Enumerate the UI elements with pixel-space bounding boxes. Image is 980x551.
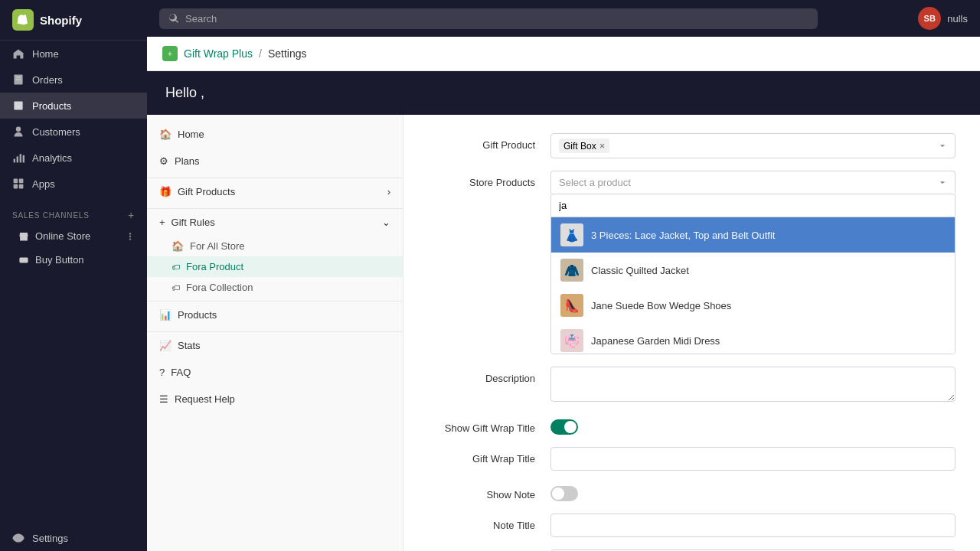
- store-products-row: Store Products Select a product 👗 3 Piec: [428, 171, 956, 354]
- home-icon-second: 🏠: [159, 129, 172, 140]
- search-icon: [168, 13, 179, 24]
- stats-header[interactable]: 📈 Stats: [147, 332, 403, 359]
- show-note-toggle[interactable]: [550, 486, 578, 501]
- left-sidebar: Shopify Home Orders Products Customers A…: [0, 0, 147, 551]
- inner-layout: 🏠 Home ⚙ Plans 🎁 Gift Products ›: [147, 115, 980, 551]
- sales-channels-label: SALES CHANNELS +: [0, 197, 147, 224]
- product-search-input[interactable]: [550, 194, 956, 217]
- gift-product-row: Gift Product Gift Box ×: [428, 133, 956, 158]
- gift-product-select[interactable]: Gift Box ×: [550, 133, 956, 158]
- second-nav-request-help[interactable]: ☰ Request Help: [147, 386, 403, 412]
- page-content: + Gift Wrap Plus / Settings Hello , 🏠 Ho…: [147, 37, 980, 551]
- products-label: Products: [178, 309, 217, 321]
- svg-rect-9: [14, 184, 18, 189]
- note-title-input[interactable]: [550, 514, 956, 537]
- sidebar-item-online-store[interactable]: Online Store: [0, 224, 147, 248]
- user-avatar: SB: [918, 7, 941, 30]
- remove-gift-product-btn[interactable]: ×: [599, 140, 606, 152]
- add-sales-channel-icon[interactable]: +: [128, 209, 135, 221]
- gift-products-chevron: ›: [387, 186, 390, 197]
- sidebar-label-products: Products: [32, 100, 71, 112]
- sidebar-item-apps[interactable]: Apps: [0, 171, 147, 197]
- note-title-control: [550, 514, 956, 537]
- app-icon: +: [162, 46, 178, 61]
- note-title-row: Note Title: [428, 514, 956, 537]
- sidebar-label-home: Home: [32, 48, 59, 60]
- stats-icon: 📈: [159, 340, 172, 351]
- sidebar-item-buy-button[interactable]: Buy Button: [0, 248, 147, 272]
- show-note-toggle-wrap: [550, 483, 956, 501]
- username: nulls: [947, 13, 968, 24]
- gift-wrap-title-input[interactable]: [550, 447, 956, 471]
- products-header[interactable]: 📊 Products: [147, 302, 403, 328]
- house-icon: 🏠: [172, 240, 184, 252]
- description-input[interactable]: [550, 367, 956, 402]
- description-label: Description: [428, 367, 550, 384]
- description-control: [550, 367, 956, 404]
- svg-rect-5: [20, 154, 21, 162]
- svg-rect-4: [17, 156, 18, 162]
- second-nav-home[interactable]: 🏠 Home: [147, 121, 403, 148]
- tag-icon-collection: 🏷: [172, 283, 180, 292]
- dropdown-item-1[interactable]: 👗 3 Pieces: Lace Jacket, Top and Belt Ou…: [551, 217, 955, 253]
- settings-icon: [12, 532, 24, 544]
- dropdown-item-2[interactable]: 🧥 Classic Quilted Jacket: [551, 253, 955, 288]
- store-products-placeholder: Select a product: [559, 177, 631, 188]
- faq-icon: ?: [159, 367, 165, 378]
- sidebar-item-products[interactable]: Products: [0, 93, 147, 119]
- online-store-menu-icon: [126, 232, 135, 241]
- second-nav-for-all-store[interactable]: 🏠 For All Store: [147, 236, 403, 256]
- dropdown-item-4[interactable]: 👘 Japanese Garden Midi Dress: [551, 323, 955, 354]
- gift-product-control: Gift Box ×: [550, 133, 956, 158]
- sidebar-item-analytics[interactable]: Analytics: [0, 145, 147, 171]
- svg-rect-3: [14, 159, 15, 163]
- sidebar-item-orders[interactable]: Orders: [0, 67, 147, 93]
- online-store-icon: [18, 231, 29, 242]
- user-info: SB nulls: [918, 7, 968, 30]
- second-nav-for-a-product[interactable]: 🏷 Fora Product: [147, 256, 403, 277]
- search-placeholder: Search: [185, 13, 217, 24]
- tag-icon-product: 🏷: [172, 262, 180, 272]
- second-nav-for-a-collection[interactable]: 🏷 Fora Collection: [147, 277, 403, 298]
- gift-rules-section: + Gift Rules ⌄ 🏠 For All Store 🏷 Fora Pr…: [147, 208, 403, 298]
- gift-products-label: Gift Products: [178, 186, 235, 197]
- product-img-3: 👠: [560, 294, 583, 317]
- show-gift-wrap-toggle[interactable]: [550, 419, 578, 435]
- sidebar-item-home[interactable]: Home: [0, 41, 147, 67]
- gift-products-icon: 🎁: [159, 186, 172, 197]
- gift-product-tag: Gift Box ×: [559, 139, 609, 153]
- sidebar-item-customers[interactable]: Customers: [0, 119, 147, 145]
- gift-product-label: Gift Product: [428, 133, 550, 151]
- show-note-label: Show Note: [428, 483, 550, 500]
- products-icon-second: 📊: [159, 309, 172, 321]
- gift-wrap-title-row: Gift Wrap Title: [428, 447, 956, 471]
- breadcrumb: + Gift Wrap Plus / Settings: [147, 37, 980, 71]
- sidebar-item-settings[interactable]: Settings: [0, 525, 147, 551]
- gift-wrap-title-control: [550, 447, 956, 471]
- sidebar-label-customers: Customers: [32, 126, 80, 138]
- svg-rect-14: [19, 257, 28, 262]
- gift-product-chevron-icon: [938, 142, 947, 151]
- show-note-row: Show Note: [428, 483, 956, 501]
- stats-label: Stats: [178, 340, 201, 351]
- second-nav-plans[interactable]: ⚙ Plans: [147, 148, 403, 174]
- search-box[interactable]: Search: [159, 8, 818, 29]
- breadcrumb-parent[interactable]: Gift Wrap Plus: [184, 47, 253, 60]
- product-img-4: 👘: [560, 329, 583, 352]
- shopify-logo-icon: [12, 9, 34, 31]
- products-icon: [12, 99, 24, 112]
- gift-rules-header[interactable]: + Gift Rules ⌄: [147, 209, 403, 236]
- svg-point-12: [129, 235, 131, 236]
- product-img-2: 🧥: [560, 259, 583, 282]
- plans-icon: ⚙: [159, 155, 168, 167]
- second-nav-faq[interactable]: ? FAQ: [147, 359, 403, 386]
- sidebar-label-analytics: Analytics: [32, 152, 72, 164]
- store-products-select[interactable]: Select a product: [550, 171, 956, 194]
- dropdown-item-3[interactable]: 👠 Jane Suede Bow Wedge Shoes: [551, 288, 955, 323]
- svg-rect-10: [19, 184, 24, 189]
- show-gift-wrap-title-row: Show Gift Wrap Title: [428, 416, 956, 435]
- request-help-icon: ☰: [159, 393, 168, 405]
- store-products-label: Store Products: [428, 171, 550, 188]
- gift-products-header[interactable]: 🎁 Gift Products ›: [147, 178, 403, 205]
- product-dropdown-list: 👗 3 Pieces: Lace Jacket, Top and Belt Ou…: [550, 217, 956, 354]
